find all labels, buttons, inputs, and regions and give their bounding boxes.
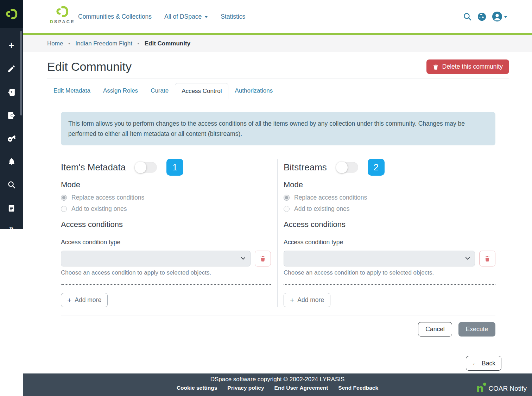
sidebar-item-edit[interactable] bbox=[0, 57, 23, 80]
bitstreams-section: Bitstreams 2 Mode Replace access conditi… bbox=[277, 159, 495, 307]
sidebar-item-search[interactable] bbox=[0, 173, 23, 196]
file-export-icon bbox=[7, 111, 16, 120]
sidebar-item-import[interactable] bbox=[0, 80, 23, 103]
breadcrumb-separator: • bbox=[138, 41, 139, 46]
dotted-divider bbox=[61, 284, 271, 285]
radio-add-to-existing[interactable]: Add to existing ones bbox=[284, 205, 495, 213]
radio-replace-access-conditions[interactable]: Replace access conditions bbox=[284, 194, 495, 201]
dspace-mark-icon bbox=[5, 7, 18, 21]
trash-icon bbox=[260, 255, 266, 262]
items-metadata-section: Item's Metadata 1 Mode Replace access co… bbox=[61, 159, 277, 307]
step-badge: 2 bbox=[368, 159, 385, 176]
plus-icon: + bbox=[67, 296, 71, 304]
step-badge: 1 bbox=[166, 159, 183, 176]
delete-community-button[interactable]: Delete this community bbox=[426, 59, 509, 74]
footer: DSpace software copyright © 2002-2024 LY… bbox=[23, 373, 532, 396]
key-icon bbox=[7, 134, 16, 143]
remove-condition-button[interactable] bbox=[255, 251, 271, 266]
admin-sidebar: + bbox=[0, 0, 23, 229]
plus-icon: + bbox=[290, 296, 294, 304]
bell-icon bbox=[7, 157, 16, 166]
tab-authorizations[interactable]: Authorizations bbox=[228, 83, 279, 99]
radio-add-to-existing[interactable]: Add to existing ones bbox=[61, 205, 271, 213]
radio-label: Replace access conditions bbox=[71, 194, 144, 201]
language-globe-icon[interactable] bbox=[477, 12, 487, 21]
access-condition-type-select[interactable] bbox=[284, 251, 475, 266]
info-alert: This form allows you to perform changes … bbox=[61, 112, 495, 145]
coar-notify-logo[interactable]: n COAR Notify bbox=[476, 384, 527, 393]
chevron-down-icon bbox=[204, 16, 208, 18]
form-actions: Cancel Execute bbox=[61, 315, 495, 337]
footer-link-end-user-agreement[interactable]: End User Agreement bbox=[274, 385, 328, 391]
mode-heading: Mode bbox=[284, 180, 495, 189]
sidebar-item-export[interactable] bbox=[0, 103, 23, 127]
bitstreams-toggle[interactable] bbox=[336, 162, 358, 173]
page-title: Edit Community bbox=[47, 60, 132, 74]
breadcrumb-community[interactable]: Indian Freedom Fight bbox=[75, 40, 132, 47]
header-icons bbox=[463, 0, 507, 33]
radio-label: Add to existing ones bbox=[71, 205, 127, 213]
header-search-icon[interactable] bbox=[463, 12, 472, 21]
execute-button[interactable]: Execute bbox=[458, 322, 495, 337]
sidebar-menu: + bbox=[0, 28, 23, 237]
breadcrumb-separator: • bbox=[68, 41, 70, 46]
sidebar-scrollbar[interactable] bbox=[20, 31, 22, 115]
main-nav: Communities & Collections All of DSpace … bbox=[78, 0, 245, 33]
items-metadata-toggle[interactable] bbox=[135, 162, 157, 173]
section-title: Bitstreams bbox=[284, 162, 327, 173]
arrow-left-icon: ← bbox=[472, 359, 479, 367]
radio-icon bbox=[61, 206, 67, 212]
sidebar-item-expand[interactable]: » bbox=[0, 220, 23, 237]
mode-radio-group: Replace access conditions Add to existin… bbox=[61, 194, 271, 213]
access-conditions-heading: Access conditions bbox=[61, 220, 271, 229]
remove-condition-button[interactable] bbox=[479, 251, 495, 266]
access-condition-type-label: Access condition type bbox=[61, 239, 271, 246]
plus-icon: + bbox=[9, 41, 14, 50]
toggle-knob bbox=[336, 162, 348, 173]
nav-all-of-dspace[interactable]: All of DSpace bbox=[164, 13, 208, 20]
dspace-wordmark: DSPACE bbox=[50, 19, 75, 24]
chevron-down-icon bbox=[465, 257, 470, 260]
access-conditions-heading: Access conditions bbox=[284, 220, 495, 229]
radio-replace-access-conditions[interactable]: Replace access conditions bbox=[61, 194, 271, 201]
footer-link-privacy-policy[interactable]: Privacy policy bbox=[227, 385, 264, 391]
document-icon bbox=[7, 204, 15, 212]
mode-radio-group: Replace access conditions Add to existin… bbox=[284, 194, 495, 213]
select-helper-text: Choose an access condition to apply to s… bbox=[284, 269, 495, 276]
add-more-button[interactable]: + Add more bbox=[61, 293, 108, 307]
sidebar-item-notifications[interactable] bbox=[0, 150, 23, 173]
sidebar-dspace-logo[interactable] bbox=[0, 0, 23, 28]
nav-communities-collections[interactable]: Communities & Collections bbox=[78, 13, 152, 20]
nav-statistics[interactable]: Statistics bbox=[221, 13, 245, 20]
footer-copyright: DSpace software copyright © 2002-2024 LY… bbox=[23, 376, 532, 383]
tab-edit-metadata[interactable]: Edit Metadata bbox=[47, 83, 97, 99]
access-condition-type-select[interactable] bbox=[61, 251, 251, 266]
footer-link-send-feedback[interactable]: Send Feedback bbox=[338, 385, 378, 391]
radio-label: Add to existing ones bbox=[294, 205, 350, 213]
toggle-knob bbox=[135, 162, 146, 173]
title-divider bbox=[47, 78, 509, 79]
sidebar-item-access-control[interactable] bbox=[0, 127, 23, 150]
footer-link-cookie-settings[interactable]: Cookie settings bbox=[177, 385, 217, 391]
user-menu[interactable] bbox=[492, 11, 507, 22]
tab-access-control[interactable]: Access Control bbox=[175, 83, 228, 99]
dspace-logo[interactable]: DSPACE bbox=[50, 5, 75, 24]
tab-curate[interactable]: Curate bbox=[144, 83, 175, 99]
back-button[interactable]: ← Back bbox=[466, 356, 501, 371]
tab-assign-roles[interactable]: Assign Roles bbox=[97, 83, 144, 99]
sidebar-item-new[interactable]: + bbox=[0, 34, 23, 57]
radio-icon bbox=[284, 195, 290, 201]
file-import-icon bbox=[7, 88, 16, 96]
add-more-button[interactable]: + Add more bbox=[284, 293, 330, 307]
select-helper-text: Choose an access condition to apply to s… bbox=[61, 269, 271, 276]
radio-icon bbox=[61, 195, 67, 201]
section-title: Item's Metadata bbox=[61, 162, 126, 173]
access-condition-type-label: Access condition type bbox=[284, 239, 495, 246]
dotted-divider bbox=[284, 284, 495, 285]
cancel-button[interactable]: Cancel bbox=[418, 322, 452, 337]
tab-bar: Edit Metadata Assign Roles Curate Access… bbox=[47, 83, 509, 99]
mode-heading: Mode bbox=[61, 180, 271, 189]
sidebar-item-reports[interactable] bbox=[0, 196, 23, 220]
breadcrumb-home[interactable]: Home bbox=[47, 40, 63, 47]
angles-right-icon: » bbox=[9, 225, 14, 233]
